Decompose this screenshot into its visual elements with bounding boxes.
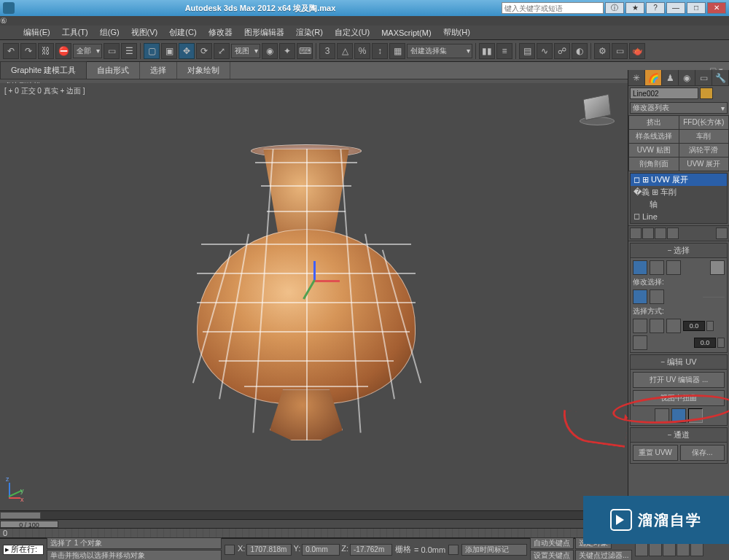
angle-snap-icon[interactable]: △ <box>337 43 353 59</box>
subobj-edge-icon[interactable] <box>650 260 664 275</box>
move-icon[interactable]: ✥ <box>179 43 195 59</box>
tab-motion-icon[interactable]: ◉ <box>679 70 695 85</box>
menu-customize[interactable]: 自定义(U) <box>329 27 375 38</box>
help-search-input[interactable] <box>502 2 604 14</box>
keyboard-shortcut-icon[interactable]: ⌨ <box>297 43 313 59</box>
menu-create[interactable]: 创建(C) <box>163 27 202 38</box>
preset-uvwmap[interactable]: UVW 贴图 <box>629 144 679 157</box>
modifier-stack[interactable]: ◻ ⊞ UVW 展开 �義 ⊞ 车削 轴 ◻ Line <box>630 173 728 224</box>
pin-stack-icon[interactable] <box>630 228 642 239</box>
play-icon[interactable] <box>663 543 676 556</box>
reset-uvw-button[interactable]: 重置 UVW <box>633 445 678 461</box>
time-tag-icon[interactable] <box>448 545 459 555</box>
manip-icon[interactable]: ✦ <box>279 43 295 59</box>
menu-group[interactable]: 组(G) <box>94 27 125 38</box>
viewcube[interactable] <box>580 93 615 128</box>
save-uvw-button[interactable]: 保存... <box>680 445 725 461</box>
snap-toggle-icon[interactable]: 3 <box>319 43 335 59</box>
ribbon-tab-selection[interactable]: 选择 <box>140 62 177 79</box>
planar-angle-icon[interactable] <box>666 319 681 333</box>
object-color-swatch[interactable] <box>700 88 713 99</box>
prev-frame-icon[interactable] <box>649 543 662 556</box>
ignore-backfacing-icon[interactable] <box>633 319 647 333</box>
ribbon-tab-modeling[interactable]: Graphite 建模工具 <box>0 61 87 79</box>
tweak-in-view-button[interactable]: 视图中扭曲 <box>633 390 725 406</box>
subobj-vertex-icon[interactable] <box>633 260 647 275</box>
info-button[interactable]: ⓘ <box>605 2 624 14</box>
viewport[interactable]: [ + 0 正交 0 真实 + 边面 ] <box>0 83 628 510</box>
link-icon[interactable]: ⛓ <box>38 43 54 59</box>
menu-tools[interactable]: 工具(T) <box>56 27 94 38</box>
next-frame-icon[interactable] <box>677 543 690 556</box>
material-editor-icon[interactable]: ◐ <box>572 43 588 59</box>
preset-extrude[interactable]: 挤出 <box>629 116 679 129</box>
time-slider[interactable]: 0 / 100 <box>0 519 628 528</box>
quick-cyl-icon[interactable] <box>688 408 703 423</box>
redo-icon[interactable]: ↷ <box>20 43 36 59</box>
select-by-name-icon[interactable]: ☰ <box>121 43 137 59</box>
autokey-button[interactable]: 自动关键点 <box>530 537 574 549</box>
percent-snap-icon[interactable]: % <box>354 43 370 59</box>
menu-rendering[interactable]: 渲染(R) <box>290 27 329 38</box>
make-unique-icon[interactable] <box>655 228 666 239</box>
select-object-icon[interactable]: ▭ <box>104 43 120 59</box>
tab-utilities-icon[interactable]: 🔧 <box>712 70 729 85</box>
point-to-point-icon[interactable] <box>633 335 647 350</box>
viewport-scrollbar[interactable] <box>0 510 628 519</box>
configure-sets-icon[interactable] <box>716 228 728 239</box>
shrink-selection-icon[interactable] <box>650 289 664 304</box>
preset-lathe[interactable]: 车削 <box>679 130 729 143</box>
track-bar[interactable]: 0 <box>0 528 628 538</box>
tab-hierarchy-icon[interactable]: ♟ <box>662 70 679 85</box>
named-selection-dropdown[interactable]: 创建选择集 <box>407 44 472 58</box>
ref-coord-dropdown[interactable]: 视图 <box>231 44 260 58</box>
schematic-view-icon[interactable]: ☍ <box>554 43 570 59</box>
help-button[interactable]: ? <box>646 2 665 14</box>
align-icon[interactable]: ≡ <box>496 43 512 59</box>
mirror-icon[interactable]: ▮▮ <box>479 43 495 59</box>
preset-bevel-profile[interactable]: 剖角剖面 <box>629 158 679 171</box>
tab-create-icon[interactable]: ✳ <box>628 70 645 85</box>
layer-manager-icon[interactable]: ▤ <box>519 43 535 59</box>
rollout-edituv-header[interactable]: − 编辑 UV <box>631 355 727 370</box>
rollout-channel-header[interactable]: − 通道 <box>631 428 727 443</box>
tab-modify-icon[interactable]: 🌈 <box>645 70 662 85</box>
transform-gizmo[interactable] <box>299 258 343 302</box>
minimize-button[interactable]: — <box>666 2 685 14</box>
subobj-face-icon[interactable] <box>666 260 681 275</box>
selection-filter-dropdown[interactable]: 全部 <box>73 44 102 58</box>
maxscript-row[interactable]: ▸所在行: <box>3 545 44 555</box>
coord-z-input[interactable]: -17.762m <box>350 544 392 556</box>
coord-y-input[interactable]: 0.0mm <box>302 544 340 556</box>
star-button[interactable]: ★ <box>625 2 644 14</box>
preset-spline-select[interactable]: 样条线选择 <box>629 130 679 143</box>
tab-display-icon[interactable]: ▭ <box>695 70 712 85</box>
render-production-icon[interactable]: 🫖 <box>629 43 645 59</box>
menu-views[interactable]: 视图(V) <box>125 27 164 38</box>
curve-editor-icon[interactable]: ∿ <box>537 43 553 59</box>
show-end-result-icon[interactable] <box>642 228 654 239</box>
menu-help[interactable]: 帮助(H) <box>437 27 476 38</box>
preset-turbosmooth[interactable]: 涡轮平滑 <box>679 144 729 157</box>
edged-faces-icon[interactable]: ▦ <box>389 43 405 59</box>
rotate-icon[interactable]: ⟳ <box>196 43 212 59</box>
goto-start-icon[interactable] <box>635 543 648 556</box>
menu-maxscript[interactable]: MAXScript(M) <box>375 28 437 37</box>
time-slider-knob[interactable]: 0 / 100 <box>0 521 58 528</box>
angle-spinner[interactable]: 0.0 <box>683 321 714 331</box>
render-frame-icon[interactable]: ▭ <box>612 43 628 59</box>
stack-item-lathe[interactable]: �義 ⊞ 车削 <box>631 186 727 198</box>
scale-icon[interactable]: ⤢ <box>214 43 230 59</box>
quick-box-icon[interactable] <box>671 408 686 423</box>
key-filters-button[interactable]: 关键点过滤器... <box>575 550 632 560</box>
subobj-element-icon[interactable] <box>710 260 725 275</box>
menu-edit[interactable]: 编辑(E) <box>17 27 56 38</box>
preset-ffd[interactable]: FFD(长方体) <box>679 116 729 129</box>
rect-select-icon[interactable]: ▢ <box>144 43 160 59</box>
setkey-button[interactable]: 设置关键点 <box>530 550 574 560</box>
remove-modifier-icon[interactable] <box>667 228 679 239</box>
threshold-spinner[interactable]: 0.0 <box>694 338 725 348</box>
grow-selection-icon[interactable] <box>633 289 647 304</box>
preset-uvw-unwrap[interactable]: UVW 展开 <box>679 158 729 171</box>
quick-planar-icon[interactable] <box>655 408 669 423</box>
